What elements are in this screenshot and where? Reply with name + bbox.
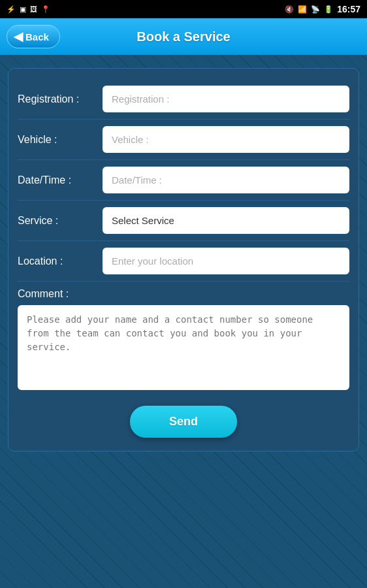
- vehicle-input[interactable]: [103, 126, 349, 153]
- sim-icon: ▣: [20, 5, 26, 14]
- location-label: Location :: [18, 255, 103, 267]
- clock: 16:57: [337, 4, 360, 14]
- send-row: Send: [18, 406, 349, 438]
- comment-label: Comment :: [18, 288, 349, 300]
- maps-icon: 📍: [41, 5, 50, 14]
- mute-icon: 🔇: [285, 5, 294, 14]
- back-label: Back: [25, 31, 49, 42]
- service-row: Service : Select Service Oil Change Tyre…: [18, 201, 349, 241]
- datetime-row: Date/Time :: [18, 160, 349, 201]
- send-button[interactable]: Send: [130, 406, 237, 438]
- datetime-label: Date/Time :: [18, 174, 103, 186]
- service-select[interactable]: Select Service Oil Change Tyre Check Ful…: [103, 207, 349, 234]
- location-input[interactable]: [103, 248, 349, 274]
- status-bar: ⚡ ▣ 🖼 📍 🔇 📶 📡 🔋 16:57: [0, 0, 367, 18]
- wifi-icon: 📶: [298, 5, 307, 14]
- notification-icon: ⚡: [7, 5, 16, 14]
- back-button[interactable]: ◀ Back: [7, 25, 60, 48]
- comment-textarea[interactable]: [18, 305, 349, 390]
- media-icon: 🖼: [30, 5, 37, 13]
- vehicle-label: Vehicle :: [18, 134, 103, 146]
- datetime-input[interactable]: [103, 167, 349, 193]
- registration-label: Registration :: [18, 93, 103, 105]
- status-bar-right-icons: 🔇 📶 📡 🔋 16:57: [285, 4, 360, 14]
- comment-section: Comment :: [18, 282, 349, 393]
- status-bar-left-icons: ⚡ ▣ 🖼 📍: [7, 5, 50, 14]
- service-label: Service :: [18, 215, 103, 227]
- page-title: Book a Service: [136, 29, 230, 44]
- back-arrow-icon: ◀: [14, 29, 23, 44]
- vehicle-row: Vehicle :: [18, 120, 349, 160]
- battery-icon: 🔋: [324, 5, 333, 14]
- form-card: Registration : Vehicle : Date/Time : Ser…: [8, 68, 359, 451]
- title-bar: ◀ Back Book a Service: [0, 18, 367, 55]
- location-row: Location :: [18, 241, 349, 282]
- registration-input[interactable]: [103, 86, 349, 112]
- background-area: Registration : Vehicle : Date/Time : Ser…: [0, 55, 367, 588]
- signal-icon: 📡: [311, 5, 320, 14]
- registration-row: Registration :: [18, 79, 349, 120]
